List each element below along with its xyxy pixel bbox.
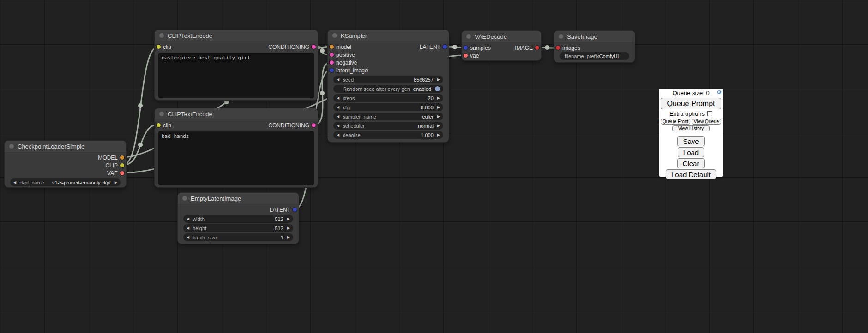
widget-seed[interactable]: ◀ seed 8566257 ▶ [333,76,443,83]
increment-arrow-icon[interactable]: ▶ [437,105,440,109]
increment-arrow-icon[interactable]: ▶ [437,124,440,128]
decrement-arrow-icon[interactable]: ◀ [13,180,16,184]
node-title: VAEDecode [475,33,507,40]
model-port-dot[interactable] [120,155,124,160]
decrement-arrow-icon[interactable]: ◀ [337,96,339,100]
input-port-vae[interactable]: vae [464,53,479,59]
input-port-negative[interactable]: negative [330,59,357,66]
output-port-clip[interactable]: CLIP [105,162,124,169]
image-port-dot[interactable] [535,46,539,50]
widget-scheduler[interactable]: ◀ scheduler normal ▶ [333,122,443,130]
input-port-clip[interactable]: clip [157,122,171,129]
output-port-model[interactable]: MODEL [98,155,124,161]
model-port-dot[interactable] [330,45,334,49]
widget-denoise[interactable]: ◀ denoise 1.000 ▶ [333,131,443,139]
vae-port-dot[interactable] [464,54,468,58]
node-title-bar[interactable]: KSampler [328,30,449,41]
clear-button[interactable]: Clear [677,158,705,168]
toggle-knob[interactable] [435,86,440,91]
decrement-arrow-icon[interactable]: ◀ [187,217,189,221]
increment-arrow-icon[interactable]: ▶ [115,180,117,184]
latent-port-dot[interactable] [330,68,334,72]
load-button[interactable]: Load [678,147,704,157]
queue-prompt-button[interactable]: Queue Prompt [661,98,721,109]
increment-arrow-icon[interactable]: ▶ [287,235,290,239]
decrement-arrow-icon[interactable]: ◀ [337,77,339,82]
node-title-bar[interactable]: EmptyLatentImage [178,193,299,204]
output-port-vae[interactable]: VAE [107,170,124,177]
conditioning-port-dot[interactable] [330,53,334,57]
clip-port-dot[interactable] [157,45,161,49]
increment-arrow-icon[interactable]: ▶ [437,77,440,82]
node-ksampler[interactable]: KSampler model LATENT positive negative [328,30,449,142]
output-port-latent[interactable]: LATENT [420,44,447,50]
image-port-dot[interactable] [556,46,560,50]
input-port-positive[interactable]: positive [330,52,355,58]
output-port-conditioning[interactable]: CONDITIONING [268,122,316,129]
clip-port-dot[interactable] [120,163,124,167]
increment-arrow-icon[interactable]: ▶ [287,226,290,230]
output-port-latent[interactable]: LATENT [270,207,297,213]
node-checkpointloadersimple[interactable]: CheckpointLoaderSimple MODEL CLIP VAE ◀ … [5,141,126,187]
save-button[interactable]: Save [677,136,704,146]
widget-height[interactable]: ◀ height 512 ▶ [183,224,293,232]
clip-port-dot[interactable] [157,123,161,127]
decrement-arrow-icon[interactable]: ◀ [337,114,339,119]
node-cliptextencode-negative[interactable]: CLIPTextEncode clip CONDITIONING bad han… [155,108,318,187]
decrement-arrow-icon[interactable]: ◀ [187,235,189,239]
decrement-arrow-icon[interactable]: ◀ [337,105,339,109]
increment-arrow-icon[interactable]: ▶ [287,217,290,221]
node-saveimage[interactable]: SaveImage images filename_prefix ComfyUI [554,31,635,62]
node-title: SaveImage [567,33,597,40]
latent-port-dot[interactable] [443,45,447,49]
widget-steps[interactable]: ◀ steps 20 ▶ [333,94,443,102]
widget-ckpt-name[interactable]: ◀ ckpt_name v1-5-pruned-emaonly.ckpt ▶ [10,178,121,186]
node-title-bar[interactable]: CheckpointLoaderSimple [5,141,126,152]
node-cliptextencode-positive[interactable]: CLIPTextEncode clip CONDITIONING masterp… [155,30,318,100]
node-title-bar[interactable]: VAEDecode [462,31,541,42]
input-port-latent-image[interactable]: latent_image [330,67,368,74]
widget-sampler-name[interactable]: ◀ sampler_name euler ▶ [333,113,443,120]
input-port-images[interactable]: images [556,45,580,51]
decrement-arrow-icon[interactable]: ◀ [337,124,339,128]
extra-options-checkbox[interactable] [707,111,712,116]
queue-front-button[interactable]: Queue Front [661,119,690,125]
increment-arrow-icon[interactable]: ▶ [437,133,440,137]
node-status-dot [159,112,164,116]
node-title-bar[interactable]: CLIPTextEncode [155,108,318,119]
decrement-arrow-icon[interactable]: ◀ [337,133,339,137]
settings-gear-icon[interactable]: ⚙ [717,89,722,95]
node-title: CheckpointLoaderSimple [18,143,84,150]
conditioning-port-dot[interactable] [312,123,316,127]
widget-cfg[interactable]: ◀ cfg 8.000 ▶ [333,103,443,111]
widget-filename-prefix[interactable]: filename_prefix ComfyUI [560,52,629,60]
input-port-samples[interactable]: samples [464,45,491,51]
conditioning-port-dot[interactable] [312,45,316,49]
node-vaedecode[interactable]: VAEDecode samples IMAGE vae [462,31,541,60]
input-port-clip[interactable]: clip [157,44,171,50]
latent-port-dot[interactable] [464,46,468,50]
positive-prompt-textarea[interactable]: masterpiece best quality girl [158,53,314,98]
decrement-arrow-icon[interactable]: ◀ [187,226,189,230]
view-history-button[interactable]: View History [672,125,710,131]
negative-prompt-textarea[interactable]: bad hands [158,131,314,185]
increment-arrow-icon[interactable]: ▶ [437,96,440,100]
node-title: CLIPTextEncode [168,111,212,118]
input-port-model[interactable]: model [330,44,351,50]
vae-port-dot[interactable] [120,171,124,175]
load-default-button[interactable]: Load Default [666,169,716,179]
widget-width[interactable]: ◀ width 512 ▶ [183,215,293,223]
widget-random-seed-toggle[interactable]: Random seed after every gen enabled [333,85,443,93]
link-midpoint-dot [452,45,457,49]
node-status-dot [159,33,164,38]
conditioning-port-dot[interactable] [330,60,334,65]
increment-arrow-icon[interactable]: ▶ [437,114,440,119]
node-title-bar[interactable]: SaveImage [554,31,635,42]
latent-port-dot[interactable] [293,208,297,212]
node-emptylatentimage[interactable]: EmptyLatentImage LATENT ◀ width 512 ▶ ◀ … [178,193,299,244]
node-title-bar[interactable]: CLIPTextEncode [155,30,318,41]
output-port-image[interactable]: IMAGE [515,45,539,51]
widget-batch-size[interactable]: ◀ batch_size 1 ▶ [183,233,293,241]
output-port-conditioning[interactable]: CONDITIONING [268,44,316,50]
view-queue-button[interactable]: View Queue [692,119,721,125]
